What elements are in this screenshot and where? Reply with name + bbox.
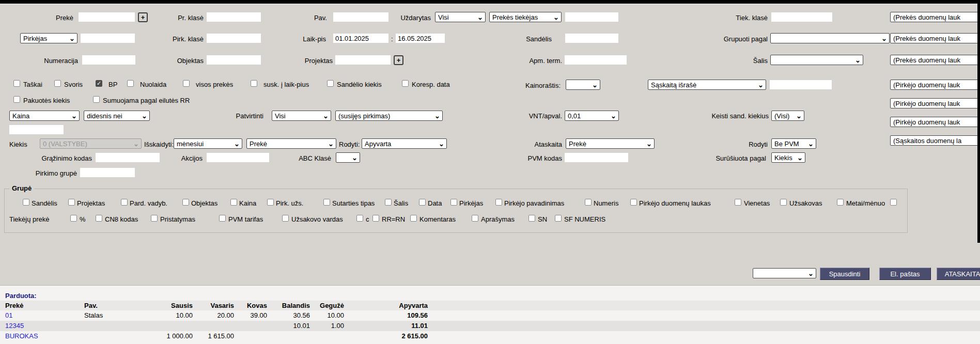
group-checkbox-cn8-kodas[interactable]	[96, 215, 102, 222]
chevron-down-icon: ⌄	[797, 154, 803, 161]
pirkejo-duomenu-select-2[interactable]: (Pirkėjo duomenų lauk	[890, 98, 980, 108]
pirkejas-input[interactable]	[81, 34, 135, 43]
group-checkbox-projektas[interactable]	[68, 199, 75, 206]
date-from-input[interactable]	[333, 34, 388, 43]
pakuotes-kiekis-checkbox[interactable]	[13, 96, 20, 103]
tiekejas-type-select[interactable]: Prekės tiekėjas⌄	[489, 12, 562, 22]
group-checkbox-salis[interactable]	[385, 199, 392, 206]
group-checkbox-pvm-tarifas[interactable]	[219, 215, 226, 222]
chevron-down-icon: ⌄	[142, 113, 147, 119]
table-row-preke-link[interactable]: 01	[5, 311, 12, 319]
tiekejas-input[interactable]	[565, 12, 618, 22]
group-checkbox-kaina[interactable]	[230, 199, 237, 206]
sandelis-input[interactable]	[565, 34, 618, 43]
isskaidyti-preke-select[interactable]: Prekė⌄	[246, 138, 336, 149]
apm-term-input[interactable]	[565, 55, 627, 65]
kaina-select[interactable]: Kaina⌄	[9, 111, 80, 121]
preke-add-icon[interactable]: +	[138, 12, 148, 22]
saskaita-israse-input[interactable]	[770, 80, 832, 89]
pirkejo-duomenu-select-1[interactable]: (Pirkėjo duomenų lauk	[890, 80, 980, 90]
surusiuota-select[interactable]: Kiekis⌄	[771, 152, 805, 163]
projektas-input[interactable]	[335, 55, 391, 65]
tiek-klase-input[interactable]	[771, 12, 832, 22]
group-checkbox-sn[interactable]	[528, 215, 535, 222]
nuolaida-checkbox[interactable]	[127, 80, 134, 87]
group-checkbox-numeris[interactable]	[585, 199, 592, 206]
print-format-select[interactable]: ⌄	[753, 268, 816, 278]
vnt-apval-select[interactable]: 0,01⌄	[565, 111, 619, 121]
numeracija-input[interactable]	[82, 55, 135, 65]
prekes-duomenu-select-2[interactable]: (Prekės duomenų lauk	[890, 33, 980, 43]
pav-input[interactable]	[333, 12, 388, 22]
group-checkbox-pristatymas[interactable]	[151, 215, 158, 222]
taskai-checkbox[interactable]	[13, 80, 20, 87]
spausdinti-button[interactable]: Spausdinti	[820, 268, 869, 280]
pirk-klase-input[interactable]	[207, 34, 261, 43]
group-checkbox-uzsakovo-vardas[interactable]	[282, 215, 289, 222]
group-checkbox-pirkejo-pavadinimas[interactable]	[495, 199, 502, 206]
objektas-input[interactable]	[207, 55, 261, 65]
svoris-checkbox[interactable]	[54, 80, 61, 87]
susk-laik-checkbox[interactable]	[251, 80, 257, 87]
grazinimo-input[interactable]	[96, 153, 160, 162]
bp-checkbox[interactable]	[96, 80, 102, 87]
kaina-value-input[interactable]	[9, 125, 64, 134]
prekes-duomenu-select-3[interactable]: (Prekės duomenų lauk	[890, 55, 980, 65]
saskaita-israse-select[interactable]: Sąskaitą išrašė⌄	[648, 80, 766, 90]
ataskaita-button[interactable]: ATASKAITA	[937, 268, 980, 280]
uzdarytas-select[interactable]: Visi⌄	[435, 12, 486, 22]
koresp-data-checkbox[interactable]	[402, 80, 409, 87]
sandelio-kiekis-checkbox[interactable]	[327, 80, 334, 87]
kainorastis-select[interactable]: ⌄	[566, 80, 600, 90]
group-checkbox-sandelis[interactable]	[23, 199, 29, 206]
susijes-pirkimas-select[interactable]: (susijęs pirkimas)⌄	[335, 111, 443, 121]
be-pvm-select[interactable]: Be PVM⌄	[771, 138, 816, 149]
isskaidyti-period-select[interactable]: mėnesiui⌄	[174, 138, 242, 149]
group-checkbox-komentaras[interactable]	[410, 215, 417, 222]
group-label-tiekeju-preke: Tiekėjų prekė	[9, 215, 50, 223]
date-to-input[interactable]	[396, 34, 445, 43]
rodyti-select[interactable]: Apyvarta⌄	[362, 138, 447, 149]
sumuojama-rr-checkbox[interactable]	[93, 96, 100, 103]
akcijos-input[interactable]	[207, 153, 269, 162]
col-header-pav: Pav.	[84, 302, 98, 309]
group-checkbox-pirkejas[interactable]	[450, 199, 457, 206]
saskaitos-duomenu-select[interactable]: (Sąskaitos duomenų la	[890, 135, 980, 146]
group-checkbox-sutarties-tipas[interactable]	[323, 199, 330, 206]
projektas-add-icon[interactable]: +	[394, 55, 403, 65]
pirkimo-grupe-input[interactable]	[80, 168, 135, 177]
patvirtinti-select[interactable]: Visi⌄	[272, 111, 331, 121]
salis-select[interactable]: ⌄	[770, 55, 863, 65]
pirkejas-select[interactable]: Pirkėjas⌄	[20, 33, 77, 43]
didesnis-nei-select[interactable]: didesnis nei⌄	[84, 111, 150, 121]
group-checkbox-pirkejo-duomenu-laukas[interactable]	[630, 199, 637, 206]
group-checkbox-rr-rn[interactable]	[372, 215, 379, 222]
table-row-preke-link[interactable]: BUROKAS	[5, 332, 38, 340]
group-checkbox-pirk-uzs[interactable]	[267, 199, 274, 206]
keisti-sand-select[interactable]: (Visi)⌄	[771, 111, 804, 121]
group-checkbox-aprasymas[interactable]	[472, 215, 478, 222]
group-checkbox-c[interactable]	[356, 215, 363, 222]
group-checkbox-tiekeju-preke[interactable]	[890, 199, 897, 206]
visos-prekes-checkbox[interactable]	[183, 80, 190, 87]
group-checkbox-uzsakovas[interactable]	[780, 199, 787, 206]
group-checkbox-objektas[interactable]	[182, 199, 189, 206]
abc-klase-select[interactable]: ⌄	[336, 152, 360, 163]
el-pastas-button[interactable]: El. paštas	[879, 268, 931, 280]
group-checkbox-sf-numeris[interactable]	[555, 215, 562, 222]
pirkejo-duomenu-select-3[interactable]: (Pirkėjo duomenų lauk	[890, 117, 980, 127]
pvm-kodas-input[interactable]	[565, 153, 628, 162]
keisti-sand-label: Keisti sand. kiekius	[700, 112, 769, 120]
group-checkbox-data[interactable]	[419, 199, 426, 206]
table-row-preke-link[interactable]: 12345	[5, 322, 24, 330]
group-checkbox-metai-menuo[interactable]	[837, 199, 844, 206]
prekes-duomenu-select-1[interactable]: (Prekės duomenų lauk	[890, 12, 980, 22]
pr-klase-input[interactable]	[207, 12, 261, 22]
akcijos-label: Akcijos	[172, 154, 203, 162]
group-checkbox-procentas[interactable]	[70, 215, 77, 222]
group-checkbox-pard-vadyb[interactable]	[121, 199, 128, 206]
preke-input[interactable]	[79, 12, 135, 22]
group-checkbox-vienetas[interactable]	[735, 199, 741, 206]
ataskaita-select[interactable]: Prekė⌄	[566, 138, 655, 149]
grupuoti-select[interactable]: ⌄	[770, 33, 890, 43]
